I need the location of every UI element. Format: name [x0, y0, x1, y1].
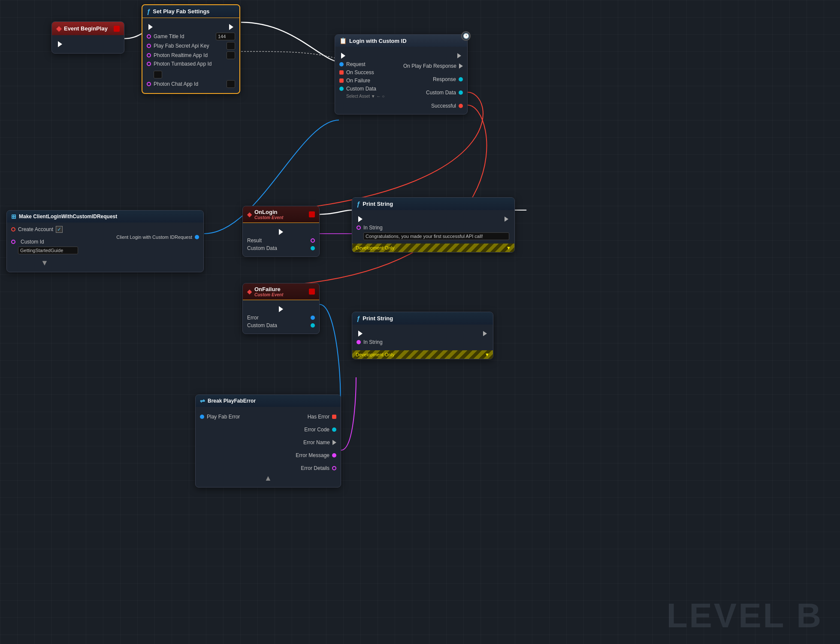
- onfailure-customdata-label: Custom Data: [247, 322, 277, 328]
- break-playfab-error-node[interactable]: ⇌ Break PlayFabError Play Fab Error Has …: [195, 394, 341, 488]
- ps2-dev-only-stripe: Development Only ▼: [352, 350, 493, 359]
- secretapikey-input[interactable]: [227, 42, 235, 50]
- error-pin: [311, 316, 315, 320]
- set-playfab-settings-node[interactable]: ƒ Set Play Fab Settings Game Title Id Pl…: [142, 4, 240, 94]
- gametitleid-label: Game Title Id: [154, 33, 184, 39]
- ps1-instring-label: In String: [363, 225, 383, 231]
- ps1-exec-out: [505, 217, 508, 222]
- errormessage-label: Error Message: [296, 452, 329, 458]
- printstring1-title: Print String: [363, 201, 393, 207]
- createaccount-label: Create Account: [18, 226, 53, 232]
- ps2-devonly-label: Development Only: [356, 352, 395, 357]
- makeclient-icon: ⊞: [11, 213, 16, 220]
- login-exec-out: [457, 53, 461, 58]
- ps1-instring-pin: [357, 226, 361, 230]
- onlogin-diamond-icon: ◆: [247, 211, 252, 218]
- ps1-devonly-label: Development Only: [356, 245, 395, 250]
- clientlogin-label: Client Login with Custom IDRequest: [116, 235, 192, 240]
- print-string-2-node[interactable]: ƒ Print String In String Development Onl…: [352, 312, 493, 359]
- expand-arrow[interactable]: ▼: [11, 259, 78, 268]
- gametitleid-pin: [147, 34, 151, 39]
- printstring2-func-icon: ƒ: [357, 315, 360, 322]
- beginplay-exec-out-icon: [58, 41, 62, 47]
- turnbasedappid-pin: [147, 62, 151, 66]
- ps1-expand-icon[interactable]: ▼: [506, 245, 511, 250]
- setplayfab-func-icon: ƒ: [147, 8, 150, 15]
- customdata-in-pin: [339, 87, 344, 91]
- onfailure-title: OnFailure: [254, 286, 283, 292]
- createaccount-checkbox[interactable]: ✓: [56, 226, 63, 233]
- ps2-instring-label: In String: [363, 339, 383, 345]
- realtimeappid-label: Photon Realtime App Id: [154, 52, 208, 58]
- watermark-text: LEVEL B: [667, 596, 823, 635]
- errorcode-label: Error Code: [304, 427, 329, 433]
- onfailure-pin: [339, 78, 344, 83]
- playfaberror-pin: [200, 415, 204, 419]
- onfailure-subtitle: Custom Event: [254, 292, 283, 297]
- customid-in-pin: [11, 240, 15, 244]
- ps2-expand-icon[interactable]: ▼: [485, 352, 489, 357]
- onfailure-exec-out: [279, 306, 283, 312]
- make-clientlogin-node[interactable]: ⊞ Make ClientLoginWithCustomIDRequest Cr…: [6, 210, 204, 272]
- login-custom-id-node[interactable]: 📋 Login with Custom ID 🕐 Request On Succ…: [335, 34, 468, 114]
- response-label: Response: [433, 76, 456, 82]
- gametitleid-input[interactable]: [216, 33, 235, 40]
- errordetails-pin: [332, 466, 336, 470]
- chatappid-pin: [147, 82, 151, 86]
- customdata-out-label: Custom Data: [426, 90, 456, 96]
- onlogin-customdata-pin: [311, 246, 315, 250]
- errormessage-pin: [332, 453, 336, 457]
- breakplayfab-collapse-arrow[interactable]: ▲: [200, 474, 336, 483]
- onlogin-title: OnLogin: [254, 209, 283, 215]
- errorname-label: Error Name: [303, 439, 330, 445]
- turnbasedappid-input[interactable]: [154, 71, 162, 78]
- onlogin-exec-out: [279, 229, 283, 235]
- customid-label: Custom Id: [21, 239, 44, 245]
- customdata-in-label: Custom Data: [346, 86, 376, 92]
- event-beginplay-node[interactable]: ◆ Event BeginPlay: [51, 21, 124, 54]
- onlogin-customdata-label: Custom Data: [247, 245, 277, 251]
- customid-input[interactable]: [18, 247, 78, 254]
- login-exec-in: [341, 53, 345, 59]
- ps1-dev-only-stripe: Development Only ▼: [352, 244, 514, 252]
- chatappid-label: Photon Chat App Id: [154, 81, 198, 87]
- onfailure-diamond-icon: ◆: [247, 288, 252, 295]
- realtimeappid-input[interactable]: [227, 51, 235, 59]
- chatappid-input[interactable]: [227, 80, 235, 88]
- successful-pin: [459, 104, 463, 108]
- secretapikey-pin: [147, 44, 151, 48]
- error-label: Error: [247, 315, 259, 321]
- onlogin-node[interactable]: ◆ OnLogin Custom Event Result Custom Dat…: [242, 206, 320, 257]
- onfailure-node[interactable]: ◆ OnFailure Custom Event Error Custom Da…: [242, 283, 320, 334]
- realtimeappid-pin: [147, 53, 151, 57]
- errordetails-label: Error Details: [301, 465, 329, 471]
- request-pin: [339, 62, 344, 66]
- errorcode-pin: [332, 427, 336, 432]
- ps2-exec-in: [358, 331, 363, 337]
- print-string-1-node[interactable]: ƒ Print String In String Development Onl…: [352, 197, 515, 253]
- makeclient-title: Make ClientLoginWithCustomIDRequest: [19, 214, 117, 220]
- onlogin-subtitle: Custom Event: [254, 215, 283, 220]
- login-title: Login with Custom ID: [349, 38, 407, 44]
- haserror-pin: [332, 415, 336, 419]
- result-label: Result: [247, 238, 262, 244]
- secretapikey-label: Play Fab Secret Api Key: [154, 43, 209, 49]
- ps2-exec-out: [483, 331, 487, 336]
- response-pin: [459, 77, 463, 81]
- onplayfabresponse-label: On Play Fab Response: [403, 63, 456, 69]
- successful-label: Successful: [431, 103, 456, 109]
- login-book-icon: 📋: [339, 37, 347, 44]
- onsuccess-pin: [339, 70, 344, 75]
- selectasset-label: Select Asset ▼ ← ○: [346, 94, 384, 99]
- playfaberror-label: Play Fab Error: [207, 414, 240, 420]
- onplayfabresponse-pin: [459, 63, 463, 69]
- printstring1-func-icon: ƒ: [357, 200, 360, 208]
- breakplayfab-icon: ⇌: [200, 397, 205, 404]
- haserror-label: Has Error: [308, 414, 329, 420]
- ps2-instring-pin: [357, 340, 361, 344]
- onfailure-customdata-pin: [311, 323, 315, 328]
- ps1-instring-input[interactable]: [363, 232, 509, 240]
- errorname-pin: [332, 440, 336, 445]
- beginplay-red-square: [114, 26, 120, 32]
- ps1-exec-in: [358, 216, 363, 222]
